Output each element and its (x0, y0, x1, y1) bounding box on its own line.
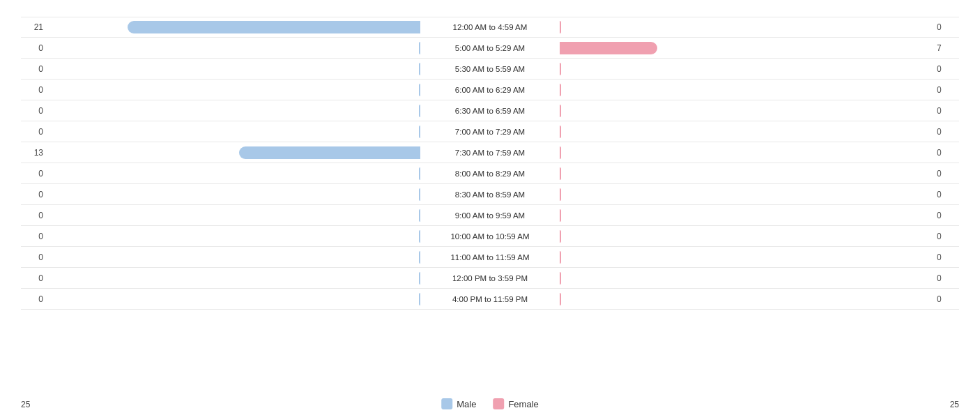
female-bar (560, 272, 561, 285)
female-bar-container (560, 126, 933, 138)
female-value: 0 (933, 127, 959, 137)
legend: MaleFemale (441, 398, 539, 409)
bar-section: 7:00 AM to 7:29 AM (47, 121, 933, 142)
bar-section: 8:30 AM to 8:59 AM (47, 184, 933, 204)
female-value: 0 (933, 190, 959, 199)
female-bar (560, 293, 561, 305)
male-bar-container (47, 84, 420, 96)
male-bar-container (47, 230, 420, 243)
female-value: 0 (933, 232, 959, 241)
female-bar (560, 230, 561, 243)
female-value: 0 (933, 64, 959, 74)
female-bar-container (560, 251, 933, 264)
bar-section: 7:30 AM to 7:59 AM (47, 142, 933, 163)
bar-section: 9:00 AM to 9:59 AM (47, 205, 933, 225)
female-bar-container (560, 146, 933, 159)
female-legend-label: Female (508, 399, 538, 409)
male-value: 0 (21, 252, 47, 262)
female-value: 0 (933, 22, 959, 32)
male-bar-container (47, 209, 420, 222)
female-bar-container (560, 167, 933, 180)
chart-row: 06:30 AM to 6:59 AM0 (21, 100, 959, 121)
legend-male: Male (441, 398, 476, 409)
male-bar (128, 21, 420, 33)
chart-row: 012:00 PM to 3:59 PM0 (21, 268, 959, 289)
female-value: 0 (933, 148, 959, 158)
bar-section: 6:30 AM to 6:59 AM (47, 100, 933, 121)
male-value: 0 (21, 169, 47, 179)
male-legend-label: Male (457, 399, 476, 409)
time-range-label: 6:30 AM to 6:59 AM (420, 107, 560, 115)
male-value: 0 (21, 190, 47, 199)
female-value: 7 (933, 43, 959, 53)
axis-bottom-right: 25 (950, 400, 959, 409)
time-range-label: 8:00 AM to 8:29 AM (420, 169, 560, 178)
male-bar-container (47, 105, 420, 117)
female-value: 0 (933, 106, 959, 116)
female-bar (560, 21, 561, 33)
female-bar (560, 251, 561, 264)
bar-section: 12:00 PM to 3:59 PM (47, 268, 933, 288)
time-range-label: 9:00 AM to 9:59 AM (420, 211, 560, 220)
male-legend-color (441, 398, 452, 409)
time-range-label: 4:00 PM to 11:59 PM (420, 295, 560, 303)
male-bar (239, 146, 420, 159)
female-legend-color (493, 398, 504, 409)
female-bar-container (560, 105, 933, 117)
female-value: 0 (933, 211, 959, 220)
male-value: 0 (21, 294, 47, 304)
female-bar-container (560, 63, 933, 75)
female-value: 0 (933, 252, 959, 262)
female-bar-container (560, 293, 933, 305)
chart-row: 2112:00 AM to 4:59 AM0 (21, 17, 959, 38)
female-bar-container (560, 84, 933, 96)
male-bar-container (47, 272, 420, 285)
female-bar-container (560, 230, 933, 243)
bar-section: 10:00 AM to 10:59 AM (47, 226, 933, 246)
male-bar-container (47, 63, 420, 75)
chart-row: 07:00 AM to 7:29 AM0 (21, 121, 959, 142)
female-bar (560, 167, 561, 180)
time-range-label: 5:30 AM to 5:59 AM (420, 65, 560, 73)
female-bar (560, 126, 561, 138)
male-value: 13 (21, 148, 47, 158)
male-bar-container (47, 21, 420, 33)
male-value: 0 (21, 273, 47, 283)
female-bar (560, 209, 561, 222)
male-value: 0 (21, 85, 47, 95)
male-value: 0 (21, 106, 47, 116)
bar-section: 4:00 PM to 11:59 PM (47, 289, 933, 309)
chart-row: 010:00 AM to 10:59 AM0 (21, 226, 959, 247)
time-range-label: 7:30 AM to 7:59 AM (420, 149, 560, 157)
time-range-label: 10:00 AM to 10:59 AM (420, 232, 560, 241)
time-range-label: 6:00 AM to 6:29 AM (420, 86, 560, 94)
male-bar-container (47, 146, 420, 159)
chart-row: 137:30 AM to 7:59 AM0 (21, 142, 959, 163)
bar-section: 5:30 AM to 5:59 AM (47, 59, 933, 79)
chart-row: 05:30 AM to 5:59 AM0 (21, 59, 959, 80)
bar-section: 6:00 AM to 6:29 AM (47, 80, 933, 100)
male-bar-container (47, 126, 420, 138)
female-value: 0 (933, 294, 959, 304)
chart-row: 08:00 AM to 8:29 AM0 (21, 163, 959, 184)
female-bar (560, 84, 561, 96)
bar-section: 8:00 AM to 8:29 AM (47, 163, 933, 183)
male-bar-container (47, 167, 420, 180)
chart-container: 2112:00 AM to 4:59 AM005:00 AM to 5:29 A… (0, 0, 980, 415)
female-bar (560, 146, 561, 159)
female-value: 0 (933, 273, 959, 283)
chart-area: 2112:00 AM to 4:59 AM005:00 AM to 5:29 A… (21, 17, 959, 349)
female-bar (560, 42, 657, 54)
female-bar (560, 188, 561, 201)
time-range-label: 11:00 AM to 11:59 AM (420, 253, 560, 262)
female-bar-container (560, 21, 933, 33)
chart-row: 05:00 AM to 5:29 AM7 (21, 38, 959, 59)
female-bar-container (560, 209, 933, 222)
female-bar (560, 105, 561, 117)
male-bar-container (47, 251, 420, 264)
male-value: 21 (21, 22, 47, 32)
chart-row: 09:00 AM to 9:59 AM0 (21, 205, 959, 226)
female-value: 0 (933, 85, 959, 95)
time-range-label: 12:00 PM to 3:59 PM (420, 274, 560, 282)
male-value: 0 (21, 64, 47, 74)
